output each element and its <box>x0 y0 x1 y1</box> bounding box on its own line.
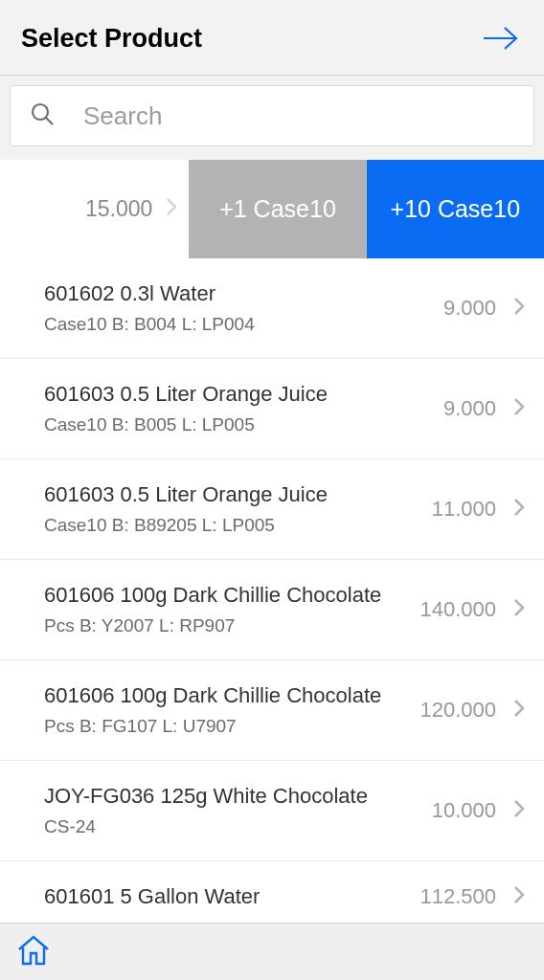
product-subtitle: Case10 B: B005 L: LP005 <box>44 414 395 435</box>
product-row[interactable]: 601603 0.5 Liter Orange JuiceCase10 B: B… <box>0 459 544 560</box>
bottom-nav <box>0 923 544 980</box>
chevron-right-icon <box>166 196 177 222</box>
home-icon <box>15 932 52 969</box>
product-row[interactable]: 601606 100g Dark Chillie ChocolatePcs B:… <box>0 560 544 660</box>
product-row[interactable]: JOY-FG036 125g White ChocolateCS-2410.00… <box>0 761 544 861</box>
product-row-main: 601606 100g Dark Chillie ChocolatePcs B:… <box>44 683 404 737</box>
product-list: 601602 0.3l WaterCase10 B: B004 L: LP004… <box>0 258 544 923</box>
product-row[interactable]: 601602 0.3l WaterCase10 B: B004 L: LP004… <box>0 258 544 359</box>
plus-1-label: +1 Case10 <box>219 195 336 223</box>
search-icon <box>30 101 55 130</box>
product-title: 601603 0.5 Liter Orange Juice <box>44 482 395 507</box>
product-subtitle: Case10 B: B89205 L: LP005 <box>44 515 395 536</box>
chevron-right-icon <box>513 397 525 420</box>
header: Select Product <box>0 0 544 76</box>
product-qty: 120.000 <box>404 698 496 723</box>
quantity-value: 15.000 <box>85 196 152 222</box>
product-subtitle: Pcs B: FG107 L: U7907 <box>44 716 395 737</box>
svg-point-1 <box>33 104 48 120</box>
product-row[interactable]: 601601 5 Gallon Water112.500 <box>0 861 544 923</box>
chevron-right-icon <box>513 699 525 722</box>
chevron-right-icon <box>513 297 525 320</box>
product-title: 601603 0.5 Liter Orange Juice <box>44 382 395 407</box>
product-subtitle: CS-24 <box>44 816 395 837</box>
product-qty: 9.000 <box>404 296 496 321</box>
product-title: 601606 100g Dark Chillie Chocolate <box>44 583 395 608</box>
product-list-scroll[interactable]: 601602 0.3l WaterCase10 B: B004 L: LP004… <box>0 258 544 923</box>
product-subtitle: Pcs B: Y2007 L: RP907 <box>44 615 395 636</box>
chevron-right-icon <box>513 498 525 521</box>
product-title: JOY-FG036 125g White Chocolate <box>44 784 395 809</box>
product-subtitle: Case10 B: B004 L: LP004 <box>44 314 395 335</box>
product-qty: 9.000 <box>404 396 496 421</box>
product-title: 601606 100g Dark Chillie Chocolate <box>44 683 395 708</box>
quantity-bar: 15.000 +1 Case10 +10 Case10 <box>0 160 544 259</box>
chevron-right-icon <box>513 598 525 621</box>
page-title: Select Product <box>21 24 202 54</box>
product-row-main: 601606 100g Dark Chillie ChocolatePcs B:… <box>44 583 404 636</box>
product-row-main: 601601 5 Gallon Water <box>44 884 404 909</box>
product-row-main: JOY-FG036 125g White ChocolateCS-24 <box>44 784 404 837</box>
quantity-value-cell[interactable]: 15.000 <box>0 160 189 258</box>
product-title: 601602 0.3l Water <box>44 281 395 306</box>
product-qty: 140.000 <box>404 597 496 622</box>
product-qty: 112.500 <box>404 884 496 909</box>
product-qty: 11.000 <box>404 497 496 522</box>
product-qty: 10.000 <box>404 798 496 823</box>
chevron-right-icon <box>513 799 525 822</box>
product-title: 601601 5 Gallon Water <box>44 884 395 909</box>
product-row-main: 601603 0.5 Liter Orange JuiceCase10 B: B… <box>44 482 404 536</box>
plus-10-label: +10 Case10 <box>391 195 521 223</box>
product-row[interactable]: 601606 100g Dark Chillie ChocolatePcs B:… <box>0 660 544 761</box>
search-container <box>0 76 544 146</box>
product-row[interactable]: 601603 0.5 Liter Orange JuiceCase10 B: B… <box>0 359 544 459</box>
search-field[interactable] <box>10 85 534 146</box>
search-input[interactable] <box>83 101 514 131</box>
svg-line-2 <box>46 118 53 124</box>
arrow-right-icon <box>482 26 520 51</box>
product-row-main: 601603 0.5 Liter Orange JuiceCase10 B: B… <box>44 382 404 435</box>
home-button[interactable] <box>15 932 52 972</box>
plus-1-button[interactable]: +1 Case10 <box>189 160 366 258</box>
plus-10-button[interactable]: +10 Case10 <box>367 160 544 258</box>
product-row-main: 601602 0.3l WaterCase10 B: B004 L: LP004 <box>44 281 404 335</box>
chevron-right-icon <box>513 885 525 908</box>
confirm-arrow-button[interactable] <box>479 23 523 54</box>
